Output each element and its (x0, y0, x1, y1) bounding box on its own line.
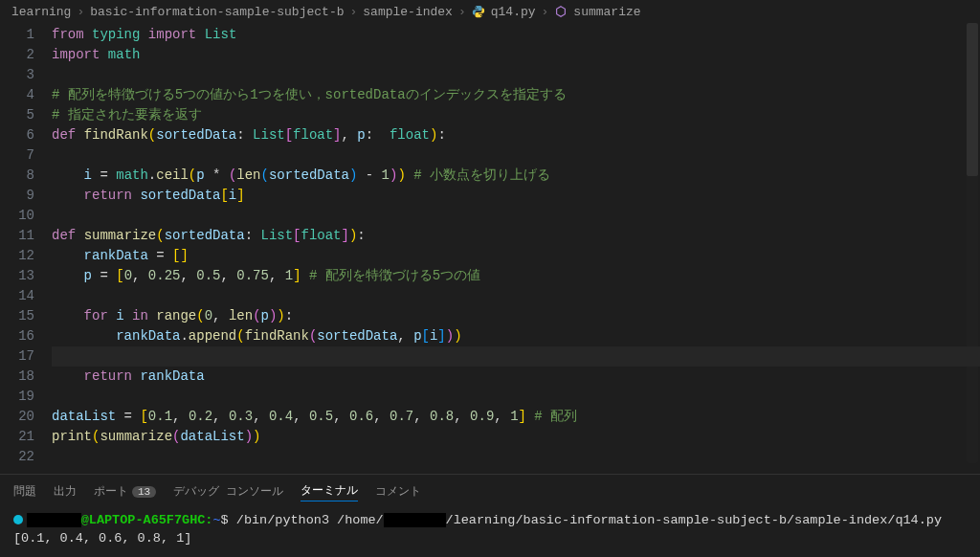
breadcrumb-seg[interactable]: learning (11, 5, 71, 19)
svg-point-0 (475, 7, 476, 8)
tab-output[interactable]: 出力 (54, 481, 77, 501)
chevron-right-icon: › (542, 5, 549, 19)
code-content[interactable]: from typing import List import math # 配列… (52, 25, 980, 474)
line-number-gutter: 123 456 789 101112 131415 161718 192021 … (0, 25, 52, 474)
prompt-status-icon (13, 515, 23, 524)
breadcrumb-seg[interactable]: basic-information-sample-subject-b (90, 5, 344, 19)
breadcrumb-seg[interactable]: sample-index (363, 5, 453, 19)
scrollbar-thumb[interactable] (967, 23, 978, 176)
editor-scrollbar[interactable] (967, 23, 978, 463)
breadcrumb-seg[interactable]: q14.py (491, 5, 536, 19)
ports-badge: 13 (132, 486, 156, 498)
breadcrumb-seg[interactable]: summarize (573, 5, 640, 19)
code-editor[interactable]: 123 456 789 101112 131415 161718 192021 … (0, 23, 980, 474)
terminal-cmd-path-a: /home/ (337, 513, 384, 527)
tab-debug-console[interactable]: デバッグ コンソール (173, 481, 283, 501)
bottom-panel: 問題 出力 ポート13 デバッグ コンソール ターミナル コメント xxxxxx… (0, 474, 980, 557)
redacted-path: xxxxxxxx (384, 513, 446, 527)
tab-comments[interactable]: コメント (375, 481, 421, 501)
chevron-right-icon: › (77, 5, 84, 19)
terminal-host: @LAPTOP-A65F7GHC (81, 513, 206, 527)
chevron-right-icon: › (458, 5, 466, 19)
terminal-cmd-path-b: /learning/basic-information-sample-subje… (446, 513, 942, 527)
tab-ports[interactable]: ポート13 (94, 481, 156, 501)
symbol-method-icon (554, 5, 568, 18)
terminal-cmd-interp: /bin/python3 (236, 513, 329, 527)
python-file-icon (472, 5, 485, 18)
chevron-right-icon: › (349, 5, 357, 19)
breadcrumb: learning › basic-information-sample-subj… (0, 0, 980, 23)
tab-terminal[interactable]: ターミナル (301, 480, 358, 501)
redacted-user: xxxxxxx (27, 513, 81, 527)
terminal-content[interactable]: xxxxxxx@LAPTOP-A65F7GHC:~$ /bin/python3 … (0, 507, 980, 557)
svg-point-1 (480, 15, 481, 16)
tab-problems[interactable]: 問題 (13, 481, 36, 501)
terminal-output: [0.1, 0.4, 0.6, 0.8, 1] (13, 531, 191, 546)
panel-tabs: 問題 出力 ポート13 デバッグ コンソール ターミナル コメント (0, 475, 980, 507)
